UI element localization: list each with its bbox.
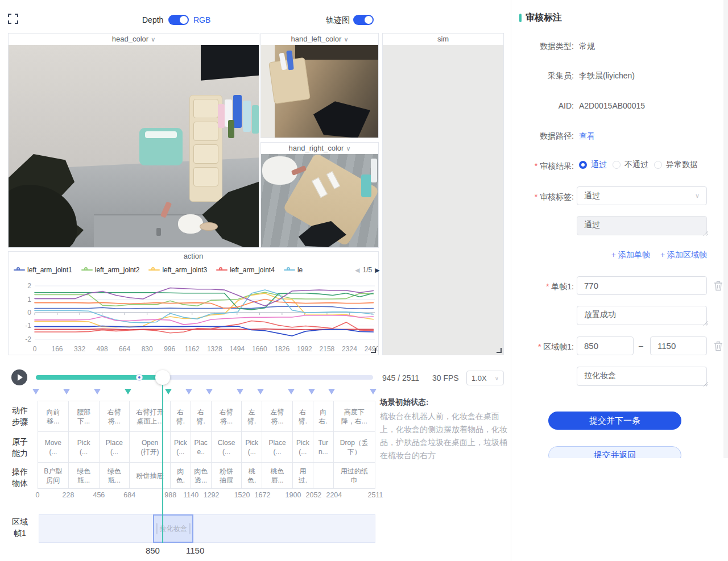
table-cell-object: 粉饼抽屉	[130, 463, 171, 488]
panel-resize-handle[interactable]	[497, 348, 502, 353]
fullscreen-icon[interactable]	[7, 13, 19, 24]
panel-resize-handle[interactable]	[371, 348, 376, 353]
svg-text:1494: 1494	[229, 345, 245, 353]
frame-axis-label: 456	[93, 491, 105, 499]
timeline-marker-icon[interactable]	[237, 389, 243, 394]
panel-scrollbar[interactable]	[723, 0, 728, 458]
timeline-marker-icon[interactable]	[288, 389, 295, 394]
depth-rgb-toggle[interactable]	[168, 15, 189, 25]
timeline-marker-icon[interactable]	[63, 389, 70, 394]
chevron-down-icon: ∨	[495, 375, 499, 381]
fps-label: 30 FPS	[432, 373, 459, 383]
single-frame-note-textarea[interactable]: 放置成功	[577, 306, 707, 325]
legend-item[interactable]: left_arm_joint2	[81, 266, 140, 274]
table-cell-ability: Tur n...	[313, 432, 334, 462]
timeline-marker-icon[interactable]	[185, 389, 192, 394]
camera-feed-head	[9, 45, 259, 247]
timeline-slider[interactable]	[36, 375, 373, 380]
timeline-marker-icon[interactable]	[32, 389, 39, 394]
slider-handle[interactable]	[155, 370, 170, 385]
legend-next-icon[interactable]: ▶	[375, 267, 379, 274]
region-note-textarea[interactable]: 拉化妆盒	[577, 367, 707, 386]
tag-note-textarea[interactable]: 通过	[577, 216, 707, 235]
scene-state-block: 场景初始状态: 梳妆台在机器人前，化妆盒在桌面上，化妆盒的侧边摆放着物品，化妆品…	[380, 397, 510, 462]
radio-icon	[579, 161, 587, 169]
row-label-objects: 操作 物体	[10, 466, 30, 489]
timeline-marker-icon[interactable]	[165, 389, 172, 394]
timeline-marker-icon[interactable]	[328, 389, 335, 394]
svg-text:2324: 2324	[342, 345, 357, 353]
table-cell-object: 粉饼 抽屉	[212, 463, 242, 488]
submit-return-button[interactable]: 提交并返回	[548, 446, 681, 458]
radio-icon	[613, 161, 621, 169]
segment-handle-right[interactable]	[189, 523, 191, 534]
legend-item[interactable]: left_arm_joint3	[148, 266, 207, 274]
legend-series-icon	[216, 267, 228, 273]
svg-text:2: 2	[27, 282, 31, 290]
table-cell-step: 右 臂.	[171, 401, 191, 431]
region-end-input[interactable]	[650, 336, 707, 355]
chevron-down-icon: ∨	[151, 36, 155, 43]
toggle-knob	[365, 16, 373, 24]
submit-next-button[interactable]: 提交并下一条	[548, 412, 681, 430]
add-single-frame-button[interactable]: + 添加单帧	[611, 250, 650, 260]
sim-viewport[interactable]	[383, 45, 503, 355]
svg-text:996: 996	[164, 345, 175, 353]
svg-text:1826: 1826	[275, 345, 290, 353]
single-frame-marker-dot[interactable]	[136, 375, 142, 380]
table-cell-step: 左臂 将...	[262, 401, 293, 431]
panel-accent-bar	[519, 14, 522, 22]
depth-label: Depth	[142, 15, 163, 24]
review-result-radio[interactable]: 不通过	[613, 160, 648, 170]
legend-series-icon	[14, 267, 25, 273]
table-cell-object: 肉色 透...	[191, 463, 212, 488]
region-end-value: 1150	[186, 546, 204, 555]
speed-select[interactable]: 1.0X∨	[466, 371, 504, 385]
play-button[interactable]	[11, 369, 27, 385]
table-cell-step: 向 右.	[313, 401, 334, 431]
chart-legend: left_arm_joint1 left_arm_joint2 left_arm…	[14, 264, 332, 276]
review-result-radio[interactable]: 异常数据	[654, 160, 698, 170]
camera-panel-hand-right: hand_right_color∨	[260, 142, 379, 248]
trajectory-toggle[interactable]	[353, 15, 374, 25]
playhead-line	[162, 385, 163, 543]
timeline-marker-icon[interactable]	[125, 389, 131, 394]
region-range-dash: –	[639, 341, 643, 350]
timeline-marker-icon[interactable]	[206, 389, 213, 394]
table-cell-ability: Place (...	[100, 432, 130, 462]
delete-region-frame-icon[interactable]	[714, 341, 723, 351]
legend-page: 1/5	[362, 266, 372, 274]
add-region-frame-button[interactable]: + 添加区域帧	[660, 250, 707, 260]
legend-item[interactable]: left_arm_joint1	[14, 266, 72, 274]
scene-state-body: 梳妆台在机器人前，化妆盒在桌面上，化妆盒的侧边摆放着物品，化妆品，护肤品盒垃圾在…	[380, 410, 510, 462]
timeline-marker-icon[interactable]	[257, 389, 264, 394]
svg-text:1992: 1992	[297, 345, 312, 353]
frame-axis-label: 0	[36, 491, 40, 499]
region-frame-track[interactable]: 拉化妆盒	[39, 514, 375, 543]
chevron-down-icon: ∨	[344, 36, 348, 43]
legend-item[interactable]: left_arm_joint4	[216, 266, 275, 274]
data-path-view-link[interactable]: 查看	[579, 131, 595, 142]
delete-single-frame-icon[interactable]	[714, 281, 723, 291]
table-cell-step: 右臂 将...	[212, 401, 242, 431]
field-label-single-frame: 单帧1:	[511, 282, 574, 292]
single-frame-input[interactable]	[577, 276, 707, 295]
timeline-marker-icon[interactable]	[370, 389, 377, 394]
region-segment[interactable]: 拉化妆盒	[153, 514, 193, 543]
row-label-atomic-ability: 原子 能力	[10, 436, 30, 459]
segment-handle-left[interactable]	[156, 523, 158, 534]
timeline-marker-icon[interactable]	[94, 389, 101, 394]
camera-title-head[interactable]: head_color∨	[9, 34, 259, 45]
timeline-marker-icon[interactable]	[308, 389, 315, 394]
review-tag-select[interactable]: 通过∨	[577, 186, 707, 205]
table-cell-step: 右臂 将...	[100, 401, 130, 431]
svg-text:-2: -2	[25, 335, 31, 343]
legend-item[interactable]: le	[284, 266, 303, 274]
action-steps-row: 向前 移...腰部 下...右臂 将...右臂打开 桌面上...右 臂.右 臂.…	[38, 401, 375, 432]
legend-prev-icon[interactable]: ◀	[355, 267, 359, 274]
region-start-input[interactable]	[577, 336, 634, 355]
review-result-radio[interactable]: 通过	[579, 160, 607, 170]
camera-title-hand-right[interactable]: hand_right_color∨	[261, 143, 378, 154]
camera-title-hand-left[interactable]: hand_left_color∨	[261, 34, 378, 45]
camera-panel-hand-left: hand_left_color∨	[260, 33, 379, 138]
